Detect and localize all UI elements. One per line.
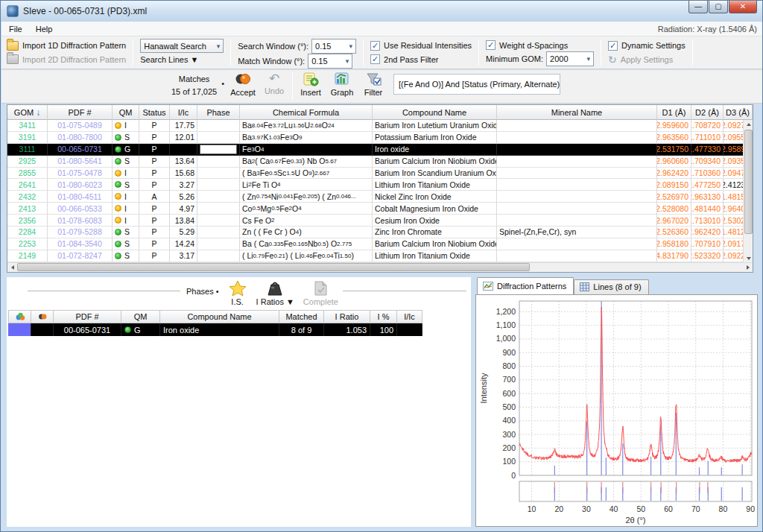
phases-panel: Phases • I.S. I Ratios ▼ — [7, 277, 471, 527]
menu-bar: File Help Radiation: X-ray (1.5406 Å) — [1, 22, 763, 37]
diffraction-chart[interactable]: 01002003004005006007008009001,0001,1001,… — [476, 295, 757, 526]
mineral-name — [497, 215, 657, 227]
column-header[interactable]: Mineral Name — [497, 105, 657, 120]
column-header[interactable]: I/Ic — [170, 105, 197, 120]
iratios-button[interactable]: I Ratios ▼ — [252, 280, 299, 306]
column-header[interactable]: Compound Name — [373, 105, 497, 120]
compound-name: Lithium Iron Titanium Oxide — [373, 250, 497, 262]
pdf-number-link[interactable]: 01-075-0489 — [48, 120, 113, 132]
table-row[interactable]: 319101-080-7800SP12.01Ba3.97 K1.03 Fe3 O… — [7, 132, 753, 144]
minimum-gom-dropdown[interactable]: 2000 ▾ — [546, 51, 594, 66]
pdf-number-link[interactable]: 01-080-6023 — [48, 179, 113, 191]
iic-value: 17.75 — [170, 120, 197, 132]
weight-dspacings-checkbox[interactable]: ✓ Weight d-Spacings — [486, 39, 594, 51]
table-row[interactable]: 228401-079-5288SP5.29Zn ( ( Fe Cr ) O4 )… — [7, 227, 753, 238]
vertical-scrollbar[interactable] — [743, 120, 753, 263]
pdf-number-link[interactable]: 00-065-0731 — [48, 144, 113, 156]
scroll-up-arrow[interactable] — [744, 120, 753, 129]
search-window-dropdown[interactable]: 0.15 ▾ — [311, 39, 356, 54]
scroll-left-arrow[interactable] — [7, 263, 17, 272]
tab-diffraction-patterns[interactable]: Diffraction Patterns — [477, 277, 574, 294]
table-row[interactable]: 225301-084-3540SP14.24Ba ( Ca0.335 Fe0.1… — [7, 238, 753, 250]
use-residual-checkbox[interactable]: ✓ Use Residual Intensities — [370, 39, 472, 53]
column-header[interactable]: PDF # — [48, 105, 113, 120]
mineral-name: Spinel-(Zn,Fe,Cr), syn — [497, 227, 657, 238]
table-row[interactable]: 341101-075-0489IP17.75Ba8.04 Fe3.72 Lu1.… — [7, 120, 753, 132]
maximize-button[interactable]: ▢ — [709, 1, 728, 13]
phase-edit-box[interactable] — [200, 145, 237, 154]
checkbox-checked-icon: ✓ — [486, 40, 496, 50]
tab-lines[interactable]: Lines (8 of 9) — [574, 279, 648, 294]
qm-cell: S — [113, 238, 139, 250]
pdf-number-link[interactable]: 01-079-5288 — [48, 227, 113, 238]
compound-name: Iron oxide — [373, 144, 497, 156]
dynamic-settings-checkbox[interactable]: ✓ Dynamic Settings — [608, 39, 686, 53]
iic-value: 5.29 — [170, 227, 197, 238]
d2-value: 1.477330 — [691, 144, 724, 156]
compound-name: Cesium Iron Oxide — [373, 215, 497, 227]
compound-name: Barium Calcium Iron Niobium Oxide — [373, 156, 497, 168]
pdf-number-link[interactable]: 00-066-0533 — [48, 203, 113, 215]
horizontal-scroll-thumb[interactable] — [17, 263, 530, 271]
second-pass-checkbox[interactable]: ✓ 2nd Pass Filter — [370, 53, 472, 67]
pdf-number-link[interactable]: 01-078-6083 — [48, 215, 113, 227]
compound-name: Barium Iron Scandium Uranium Oxide — [373, 168, 497, 180]
insert-button[interactable]: Insert — [295, 70, 326, 97]
action-bar: Matches 15 of 17,025 • Accept ↶ Undo — [1, 70, 763, 104]
column-header[interactable]: Chemical Formula — [240, 105, 373, 120]
table-row[interactable]: 292501-080-5641SP13.64Ba2 ( Ca0.67 Fe0.3… — [7, 156, 753, 168]
vertical-scroll-thumb[interactable] — [744, 130, 753, 234]
table-row[interactable]: 285501-075-0478IP15.68( Ba3 Fe0.5 Sc1.5 … — [7, 168, 753, 180]
qm-cell: I — [113, 215, 139, 227]
pdf-number-link[interactable]: 01-075-0478 — [48, 168, 113, 180]
phases-col-graph — [8, 310, 31, 323]
svg-text:300: 300 — [502, 430, 516, 439]
minimize-button[interactable]: — — [688, 1, 708, 13]
horizontal-scrollbar[interactable] — [7, 262, 753, 272]
search-mode-dropdown[interactable]: Hanawalt Search ▾ — [140, 39, 224, 53]
column-header[interactable]: D1 (Å) — [657, 105, 691, 120]
menu-file[interactable]: File — [7, 23, 28, 35]
table-row[interactable]: 264101-080-6023SP3.27Li2 Fe Ti O4Lithium… — [7, 179, 753, 191]
gom-value: 2149 — [7, 250, 48, 262]
search-lines-menu[interactable]: Search Lines ▼ — [140, 53, 224, 66]
filter-button[interactable]: Filter — [358, 70, 389, 97]
table-row[interactable]: 214901-072-8247SP3.17( Li0.79 Fe0.21 ) (… — [7, 250, 753, 262]
pdf-number-link[interactable]: 01-072-8247 — [48, 250, 113, 262]
menu-help[interactable]: Help — [34, 23, 59, 35]
close-button[interactable]: ✕ — [729, 1, 757, 13]
svg-text:70: 70 — [691, 504, 700, 513]
graph-button[interactable]: Graph — [326, 70, 358, 97]
import-1d-button[interactable]: Import 1D Diffraction Pattern — [7, 39, 126, 53]
pdf-number-link[interactable]: 01-080-5641 — [48, 156, 113, 168]
table-row[interactable]: 311100-065-0731GPFe3 O4Iron oxide2.53175… — [7, 144, 753, 156]
chemical-formula: Ba ( Ca0.335 Fe0.165 Nb0.5 ) O2.775 — [240, 238, 373, 250]
match-window-label: Match Window (°): — [238, 57, 305, 66]
checkbox-checked-icon: ✓ — [370, 54, 380, 64]
mineral-name — [497, 250, 657, 262]
table-row[interactable]: 243201-080-4511IA5.26( Zn0.754 Ni0.041 F… — [7, 191, 753, 203]
qm-dot-icon — [115, 253, 121, 259]
is-button[interactable]: I.S. — [224, 280, 252, 306]
status-value: P — [139, 120, 170, 132]
table-row[interactable]: 241300-066-0533IP4.97Co0.5 Mg0.5 Fe2 O4C… — [7, 203, 753, 215]
phase-cell — [197, 144, 240, 156]
column-header[interactable]: Phase — [197, 105, 240, 120]
phases-row[interactable]: 00-065-0731 G Iron oxide 8 of 9 1.053 10… — [8, 323, 422, 336]
column-header[interactable]: D3 (Å) — [724, 105, 753, 120]
column-header[interactable]: QM — [113, 105, 139, 120]
column-header[interactable]: GOM↓ — [7, 105, 48, 120]
accept-button[interactable]: Accept — [227, 70, 259, 97]
pdf-number-link[interactable]: 01-084-3540 — [48, 238, 113, 250]
pdf-number-link[interactable]: 01-080-7800 — [48, 132, 113, 144]
column-header[interactable]: Status — [139, 105, 170, 120]
mineral-name — [497, 132, 657, 144]
svg-text:400: 400 — [502, 416, 516, 425]
pdf-number-link[interactable]: 01-080-4511 — [48, 191, 113, 203]
match-window-dropdown[interactable]: 0.15 ▾ — [308, 54, 352, 69]
table-row[interactable]: 235601-078-6083IP13.84Cs Fe O2Cesium Iro… — [7, 215, 753, 227]
scroll-right-arrow[interactable] — [743, 263, 753, 272]
app-icon — [7, 5, 19, 17]
filter-expression-box[interactable]: [(Fe And O)] And [Status (Primary, Alter… — [393, 74, 560, 95]
column-header[interactable]: D2 (Å) — [691, 105, 724, 120]
